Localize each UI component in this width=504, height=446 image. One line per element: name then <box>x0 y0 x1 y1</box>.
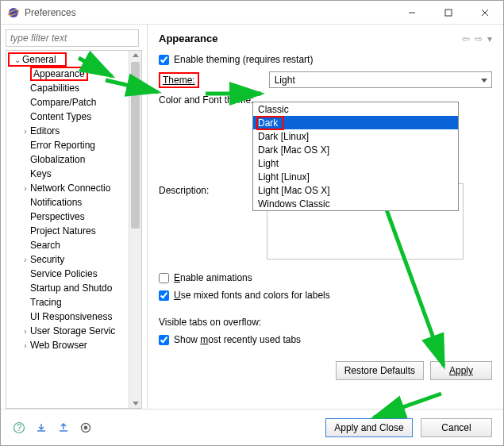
tree-label: Search <box>30 240 60 251</box>
theme-label: Theme: <box>159 72 199 88</box>
apply-button[interactable]: Apply <box>430 361 492 380</box>
chevron-down-icon: ⌄ <box>13 56 22 64</box>
dropdown-item[interactable]: Light [Mac OS X] <box>253 183 458 197</box>
tree-item[interactable]: Capabilities <box>8 81 141 95</box>
dropdown-item[interactable]: Classic <box>253 102 458 116</box>
tree-label: Error Reporting <box>30 140 95 151</box>
tree-item[interactable]: Keys <box>8 167 141 181</box>
color-font-label: Color and Font theme: <box>159 94 260 106</box>
enable-animations-checkbox[interactable] <box>159 273 169 283</box>
tree-item[interactable]: ›User Storage Servic <box>8 324 141 338</box>
tree-label: Keys <box>30 168 52 179</box>
enable-theming-label: Enable theming (requires restart) <box>174 54 313 65</box>
page-nav-icons: ⇦ ⇨ ▾ <box>462 33 492 44</box>
tree-label: Globalization <box>30 154 85 165</box>
dropdown-item[interactable]: Dark [Mac OS X] <box>253 143 458 156</box>
tree-item[interactable]: ›Network Connectio <box>8 181 141 195</box>
chevron-right-icon: › <box>21 184 30 193</box>
tree-item[interactable]: Search <box>8 238 141 252</box>
tree-item[interactable]: Notifications <box>8 195 141 210</box>
dialog-bottom-bar: ? Apply and Close Cancel <box>1 409 503 445</box>
theme-dropdown[interactable]: Light <box>269 71 492 88</box>
description-label: Description: <box>159 183 252 196</box>
theme-value: Light <box>275 75 295 86</box>
page-title: Appearance <box>159 33 462 44</box>
tree-label: Content Types <box>30 111 91 122</box>
chevron-right-icon: › <box>21 127 30 136</box>
tree-item[interactable]: UI Responsiveness <box>8 310 141 324</box>
nav-panel: ⌄ General AppearanceCapabilitiesCompare/… <box>1 25 148 409</box>
svg-rect-3 <box>445 10 452 16</box>
tree-item[interactable]: ›Editors <box>8 124 141 138</box>
show-mru-label: Show most recently used tabsShow most re… <box>174 334 301 345</box>
color-font-dropdown-list: ClassicDarkDark [Linux]Dark [Mac OS X]Li… <box>252 102 459 211</box>
nav-tree: ⌄ General AppearanceCapabilitiesCompare/… <box>6 50 142 409</box>
tree-item[interactable]: Startup and Shutdo <box>8 281 141 295</box>
tree-label: Capabilities <box>30 83 79 94</box>
tree-label: Service Policies <box>30 268 98 279</box>
tree-label: UI Responsiveness <box>30 311 112 322</box>
minimize-button[interactable] <box>394 1 430 24</box>
tree-item[interactable]: ›Web Browser <box>8 338 141 352</box>
tree-item[interactable]: Appearance <box>8 67 141 81</box>
chevron-right-icon: › <box>21 256 30 264</box>
tree-label: User Storage Servic <box>30 325 115 336</box>
tree-label: Notifications <box>30 197 82 208</box>
window-title: Preferences <box>25 7 394 18</box>
tree-item[interactable]: Error Reporting <box>8 138 141 152</box>
titlebar: Preferences <box>1 1 503 25</box>
cancel-button[interactable]: Cancel <box>421 418 492 437</box>
tree-item[interactable]: Perspectives <box>8 210 141 224</box>
tree-item[interactable]: Content Types <box>8 110 141 124</box>
tree-label: General <box>22 54 56 65</box>
dropdown-item[interactable]: Dark [Linux] <box>253 129 458 143</box>
export-icon[interactable] <box>56 421 71 435</box>
record-icon[interactable] <box>79 421 93 435</box>
dropdown-item[interactable]: Light [Linux] <box>253 170 458 183</box>
settings-panel: Appearance ⇦ ⇨ ▾ Enable theming (require… <box>148 25 503 409</box>
tree-label: Startup and Shutdo <box>30 283 112 294</box>
forward-icon[interactable]: ⇨ <box>475 33 483 44</box>
enable-theming-checkbox[interactable] <box>159 55 169 65</box>
maximize-button[interactable] <box>430 1 467 24</box>
tree-item[interactable]: Service Policies <box>8 267 141 281</box>
tree-item[interactable]: Tracing <box>8 295 141 310</box>
tree-label: Security <box>30 254 64 265</box>
tree-label: Network Connectio <box>30 183 110 194</box>
svg-point-9 <box>84 425 88 429</box>
menu-icon[interactable]: ▾ <box>487 33 492 44</box>
help-icon[interactable]: ? <box>12 421 26 435</box>
tree-label: Appearance <box>30 67 88 81</box>
tree-general[interactable]: ⌄ General <box>8 52 67 67</box>
apply-and-close-button[interactable]: Apply and Close <box>325 418 413 437</box>
close-button[interactable] <box>467 1 503 24</box>
tree-label: Web Browser <box>30 340 87 351</box>
tree-item[interactable]: Project Natures <box>8 224 141 238</box>
chevron-right-icon: › <box>21 341 30 350</box>
tree-label: Perspectives <box>30 211 85 222</box>
tree-item[interactable]: ›Security <box>8 252 141 267</box>
show-mru-checkbox[interactable] <box>159 335 169 345</box>
enable-animations-label: EEnable animationsnable animations <box>174 272 252 283</box>
tree-label: Project Natures <box>30 225 96 236</box>
svg-text:?: ? <box>17 422 22 433</box>
chevron-right-icon: › <box>21 327 30 336</box>
back-icon[interactable]: ⇦ <box>462 33 470 44</box>
tree-label: Compare/Patch <box>30 97 96 108</box>
tree-item[interactable]: Compare/Patch <box>8 95 141 110</box>
app-icon <box>7 6 20 19</box>
dropdown-item[interactable]: Light <box>253 156 458 170</box>
restore-defaults-button[interactable]: Restore Defaults <box>336 361 424 380</box>
svg-point-0 <box>9 8 18 17</box>
dropdown-item[interactable]: Dark <box>253 116 458 129</box>
visible-tabs-label: Visible tabs on overflow: <box>159 317 492 328</box>
mixed-fonts-label: Use mixed fonts and colors for labelsUse… <box>174 290 330 301</box>
filter-input[interactable] <box>6 29 139 47</box>
tree-label: Editors <box>30 125 60 136</box>
dropdown-item[interactable]: Windows Classic <box>253 197 458 210</box>
tree-item[interactable]: Globalization <box>8 152 141 167</box>
tree-label: Tracing <box>30 297 62 308</box>
mixed-fonts-checkbox[interactable] <box>159 290 169 301</box>
import-icon[interactable] <box>34 421 48 435</box>
tree-scrollbar[interactable] <box>129 51 141 408</box>
